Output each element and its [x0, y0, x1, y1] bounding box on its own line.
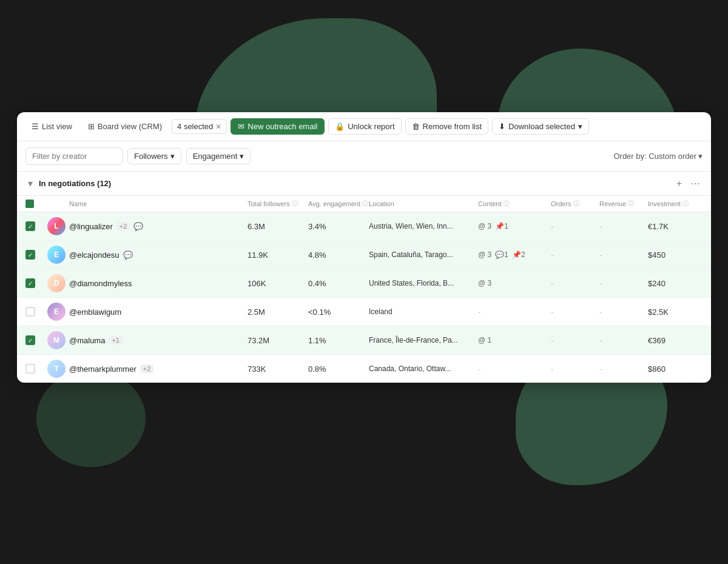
add-row-button[interactable]: +	[674, 176, 684, 190]
avatar: D	[47, 274, 66, 292]
cell-engagement: 0.8%	[308, 364, 369, 374]
list-view-tab[interactable]: ☰ List view	[25, 119, 78, 134]
collapse-section-button[interactable]: ▾	[25, 176, 35, 190]
cell-location: Spain, Cataluña, Tarago...	[369, 250, 478, 259]
chat-icon[interactable]: 💬	[123, 250, 133, 260]
unlock-report-button[interactable]: 🔒 Unlock report	[328, 118, 401, 135]
cell-location: Iceland	[369, 307, 478, 316]
board-view-label: Board view (CRM)	[98, 122, 162, 131]
creator-name[interactable]: @maluma	[69, 336, 105, 345]
row-checkbox[interactable]	[25, 278, 35, 288]
toolbar: ☰ List view ⊞ Board view (CRM) 4 selecte…	[17, 112, 711, 141]
cell-followers: 733K	[248, 364, 308, 374]
avatar: L	[47, 217, 66, 235]
engagement-chevron-icon: ▾	[240, 152, 244, 161]
cell-content: -	[478, 307, 551, 317]
cell-content: @ 3📌1	[478, 222, 551, 230]
table-row: E@elcajondesu💬11.9K4.8%Spain, Cataluña, …	[17, 241, 711, 269]
cell-orders: -	[551, 336, 599, 345]
header-select-all[interactable]	[25, 200, 47, 208]
creator-name[interactable]: @themarkplummer	[69, 364, 136, 374]
creator-name[interactable]: @diamondmyless	[69, 279, 132, 288]
creator-name[interactable]: @lingualizer	[69, 222, 113, 231]
selected-count-text: 4 selected	[177, 122, 213, 131]
background-blob-4	[36, 370, 146, 467]
row-checkbox[interactable]	[25, 221, 35, 231]
download-selected-label: Download selected	[508, 122, 575, 131]
col-investment: Investment ⓘ	[648, 200, 703, 208]
more-options-button[interactable]: ⋯	[688, 176, 703, 190]
content-comment-icon: 💬1	[495, 250, 508, 259]
clear-selection-button[interactable]: ✕	[215, 123, 221, 131]
section-actions: + ⋯	[674, 176, 703, 190]
table-row: T@themarkplummer+2733K0.8%Canada, Ontari…	[17, 355, 711, 383]
table-row: E@emblawigum2.5M<0.1%Iceland---$2.5K	[17, 298, 711, 326]
remove-icon: 🗑	[412, 122, 420, 131]
engagement-filter-label: Engagement	[193, 152, 238, 161]
avatar: T	[47, 360, 66, 378]
board-view-tab[interactable]: ⊞ Board view (CRM)	[82, 119, 168, 134]
cell-content: -	[478, 364, 551, 374]
cell-followers: 11.9K	[248, 250, 308, 260]
table-body: L@lingualizer+2💬6.3M3.4%Austria, Wien, W…	[17, 212, 711, 383]
cell-revenue: -	[599, 222, 648, 231]
chat-icon[interactable]: 💬	[133, 222, 143, 231]
engagement-filter[interactable]: Engagement ▾	[186, 148, 251, 164]
cell-orders: -	[551, 279, 599, 288]
cell-engagement: 1.1%	[308, 336, 369, 345]
board-view-icon: ⊞	[88, 122, 95, 131]
filters-row: Followers ▾ Engagement ▾ Order by: Custo…	[17, 141, 711, 172]
cell-location: Austria, Wien, Wien, Inn...	[369, 222, 478, 230]
list-view-label: List view	[42, 122, 72, 131]
row-checkbox[interactable]	[25, 335, 35, 345]
followers-chevron-icon: ▾	[170, 152, 175, 161]
table-header: Name Total followers ⓘ Avg. engagement ⓘ…	[17, 196, 711, 212]
cell-content: @ 3	[478, 279, 551, 287]
order-by-dropdown[interactable]: Order by: Custom order ▾	[613, 152, 703, 161]
section-header: ▾ In negotiations (12) + ⋯	[17, 172, 711, 196]
download-icon: ⬇	[499, 122, 505, 131]
row-checkbox[interactable]	[25, 307, 35, 317]
creator-info: @diamondmyless	[69, 279, 248, 288]
content-at-icon: @ 1	[478, 336, 491, 344]
creator-info: @themarkplummer+2	[69, 364, 248, 374]
cell-followers: 6.3M	[248, 222, 308, 231]
creator-info: @elcajondesu💬	[69, 250, 248, 260]
order-by-label: Order by: Custom order	[613, 152, 696, 161]
cell-revenue: -	[599, 336, 648, 345]
new-outreach-button[interactable]: ✉ New outreach email	[231, 118, 325, 135]
table-row: L@lingualizer+2💬6.3M3.4%Austria, Wien, W…	[17, 212, 711, 241]
followers-filter[interactable]: Followers ▾	[127, 148, 181, 164]
creator-name[interactable]: @emblawigum	[69, 307, 121, 317]
cell-engagement: <0.1%	[308, 307, 369, 317]
download-selected-button[interactable]: ⬇ Download selected ▾	[492, 118, 589, 135]
unlock-report-label: Unlock report	[348, 122, 394, 131]
table-row: M@maluma+173.2M1.1%France, Île-de-France…	[17, 326, 711, 355]
col-name: Name	[69, 200, 248, 207]
new-outreach-label: New outreach email	[248, 122, 317, 131]
list-view-icon: ☰	[32, 122, 39, 131]
col-location: Location	[369, 200, 478, 207]
creator-badge: +2	[140, 364, 154, 373]
content-at-icon: @ 3	[478, 279, 491, 287]
email-icon: ✉	[238, 122, 244, 131]
lock-icon: 🔒	[335, 122, 345, 131]
cell-location: United States, Florida, B...	[369, 279, 478, 287]
selected-badge: 4 selected ✕	[172, 119, 227, 134]
cell-followers: 106K	[248, 279, 308, 288]
cell-followers: 2.5M	[248, 307, 308, 317]
row-checkbox[interactable]	[25, 364, 35, 374]
col-total-followers: Total followers ⓘ	[248, 200, 308, 208]
cell-investment: $860	[648, 364, 703, 374]
remove-from-list-button[interactable]: 🗑 Remove from list	[405, 118, 489, 135]
content-pin-icon: 📌1	[495, 222, 508, 230]
avatar: M	[47, 331, 66, 349]
filter-creator-input[interactable]	[25, 147, 123, 165]
cell-engagement: 0.4%	[308, 279, 369, 288]
cell-investment: $450	[648, 250, 703, 260]
creator-name[interactable]: @elcajondesu	[69, 250, 120, 260]
followers-filter-label: Followers	[134, 152, 168, 161]
row-checkbox[interactable]	[25, 250, 35, 260]
cell-followers: 73.2M	[248, 336, 308, 345]
cell-location: Canada, Ontario, Ottaw...	[369, 364, 478, 373]
